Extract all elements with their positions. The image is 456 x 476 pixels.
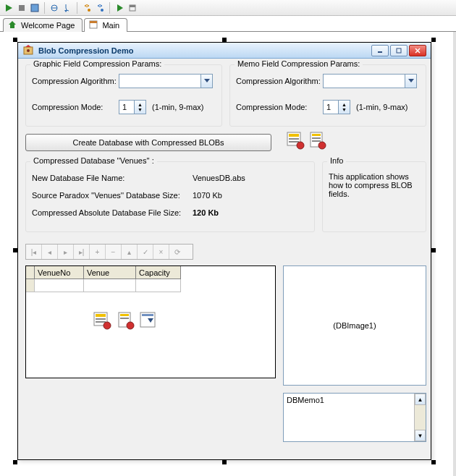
toolbar-icon[interactable] — [94, 2, 106, 14]
grid-cell[interactable] — [136, 279, 181, 292]
toolbar-icon[interactable] — [62, 2, 73, 14]
svg-rect-30 — [312, 137, 321, 139]
window-title: Blob Compression Demo — [38, 46, 370, 55]
selection-handle[interactable] — [431, 38, 436, 42]
form-icon — [89, 20, 99, 30]
nav-prior-icon[interactable]: ◂ — [42, 245, 58, 259]
toolbar-icon[interactable] — [16, 2, 28, 14]
selection-handle[interactable] — [431, 248, 436, 252]
toolbar-separator — [77, 2, 77, 14]
create-database-button[interactable]: Create Database with Compressed BLOBs — [25, 134, 271, 151]
grid-indicator-cell — [26, 279, 35, 292]
spin-graphic-mode[interactable]: 1 ▲▼ — [119, 100, 146, 114]
close-button[interactable] — [409, 45, 426, 56]
svg-rect-24 — [289, 134, 299, 137]
grid-indicator-header — [26, 266, 35, 279]
svg-marker-22 — [408, 79, 414, 82]
toolbar-icon[interactable] — [114, 2, 125, 14]
svg-marker-21 — [204, 79, 210, 82]
svg-marker-8 — [117, 4, 123, 12]
combo-memo-algorithm[interactable] — [323, 74, 417, 88]
svg-rect-13 — [90, 21, 97, 23]
combo-graphic-algorithm[interactable] — [119, 74, 213, 88]
maximize-button[interactable] — [390, 45, 408, 56]
group-caption: Memo Field Compression Params: — [235, 59, 363, 68]
grid-col-header[interactable]: VenueNo — [35, 266, 84, 279]
dbimage-placeholder: (DBImage1) — [333, 321, 376, 330]
form-window: Blob Compression Demo Graphic Field Comp… — [17, 42, 431, 460]
label-mode-hint: (1-min, 9-max) — [356, 103, 408, 111]
nav-post-icon[interactable]: ✓ — [138, 245, 153, 259]
svg-rect-36 — [96, 321, 106, 323]
home-icon — [8, 20, 18, 30]
label-algorithm: Compression Algorithm: — [32, 77, 117, 85]
selection-handle[interactable] — [13, 460, 17, 464]
titlebar[interactable]: Blob Compression Demo — [18, 43, 431, 59]
ide-toolbar — [0, 0, 456, 16]
tab-welcome-page[interactable]: Welcome Page — [3, 18, 83, 32]
grid-col-header[interactable]: Venue — [84, 266, 136, 279]
grid-col-header[interactable]: Capacity — [136, 266, 181, 279]
dbmemo-placeholder: DBMemo1 — [287, 396, 324, 404]
svg-rect-31 — [312, 140, 321, 142]
spin-memo-mode[interactable]: 1 ▲▼ — [323, 100, 350, 114]
button-label: Create Database with Compressed BLOBs — [72, 138, 224, 147]
spin-value: 1 — [119, 103, 134, 111]
toolbar-separator — [109, 2, 110, 14]
toolbar-icon[interactable] — [29, 2, 41, 14]
selection-handle[interactable] — [222, 460, 227, 464]
scroll-up-icon[interactable]: ▲ — [415, 394, 426, 405]
svg-point-41 — [127, 322, 134, 329]
svg-point-27 — [297, 142, 304, 149]
toolbar-icon[interactable] — [48, 2, 60, 14]
value-compressed-size: 120 Kb — [193, 208, 219, 217]
nav-next-icon[interactable]: ▸ — [58, 245, 74, 259]
svg-marker-11 — [9, 21, 16, 28]
table-component-icon[interactable] — [93, 311, 111, 330]
scroll-down-icon[interactable]: ▼ — [415, 430, 426, 441]
nav-insert-icon[interactable]: + — [90, 245, 106, 259]
grid-cell[interactable] — [84, 279, 136, 292]
nav-first-icon[interactable]: |◂ — [26, 245, 42, 259]
label-mode: Compression Mode: — [236, 103, 307, 111]
grid-cell[interactable] — [35, 279, 84, 292]
spin-arrows-icon: ▲▼ — [134, 101, 145, 114]
grid-header-row: VenueNo Venue Capacity — [26, 266, 275, 279]
grid-data-row[interactable] — [26, 279, 275, 292]
spin-value: 1 — [324, 103, 338, 111]
label-compressed-size: Compressed Absolute Database File Size: — [32, 208, 181, 217]
group-caption: Graphic Field Compression Params: — [30, 59, 164, 68]
database-component-icon[interactable] — [308, 131, 326, 150]
group-info: Info This application shows how to compr… — [322, 161, 426, 232]
group-memo-params: Memo Field Compression Params: Compressi… — [229, 64, 426, 127]
db-navigator[interactable]: |◂ ◂ ▸ ▸| + − ▴ ✓ × ⟳ — [25, 244, 193, 260]
toolbar-icon[interactable] — [3, 2, 14, 14]
label-source-size: Source Paradox ''Venues'' Database Size: — [32, 191, 180, 200]
group-caption: Info — [327, 156, 346, 165]
tab-main[interactable]: Main — [84, 18, 127, 32]
toolbar-icon[interactable] — [81, 2, 93, 14]
nav-cancel-icon[interactable]: × — [153, 245, 169, 259]
nav-edit-icon[interactable]: ▴ — [122, 245, 138, 259]
nav-refresh-icon[interactable]: ⟳ — [169, 245, 185, 259]
form-client-area: Graphic Field Compression Params: Compre… — [18, 59, 431, 459]
dataset-component-icon[interactable] — [286, 131, 305, 150]
query-component-icon[interactable] — [116, 311, 135, 330]
db-grid[interactable]: VenueNo Venue Capacity — [25, 265, 276, 378]
selection-handle[interactable] — [431, 460, 436, 464]
svg-marker-0 — [6, 4, 12, 12]
db-image[interactable]: (DBImage1) — [283, 265, 426, 386]
group-graphic-params: Graphic Field Compression Params: Compre… — [25, 64, 222, 127]
minimize-button[interactable] — [371, 45, 389, 56]
nav-delete-icon[interactable]: − — [106, 245, 122, 259]
tab-label: Main — [102, 21, 119, 30]
label-new-file: New Database File Name: — [32, 174, 124, 182]
db-memo[interactable]: DBMemo1 ▲ ▼ — [283, 393, 426, 442]
vertical-scrollbar[interactable]: ▲ ▼ — [414, 394, 426, 441]
svg-marker-5 — [64, 10, 67, 12]
datasource-component-icon[interactable] — [139, 311, 158, 330]
group-caption: Compressed Database ''Venues'' : — [30, 156, 157, 165]
nav-last-icon[interactable]: ▸| — [74, 245, 90, 259]
svg-point-16 — [27, 49, 30, 52]
toolbar-icon[interactable] — [127, 2, 138, 14]
